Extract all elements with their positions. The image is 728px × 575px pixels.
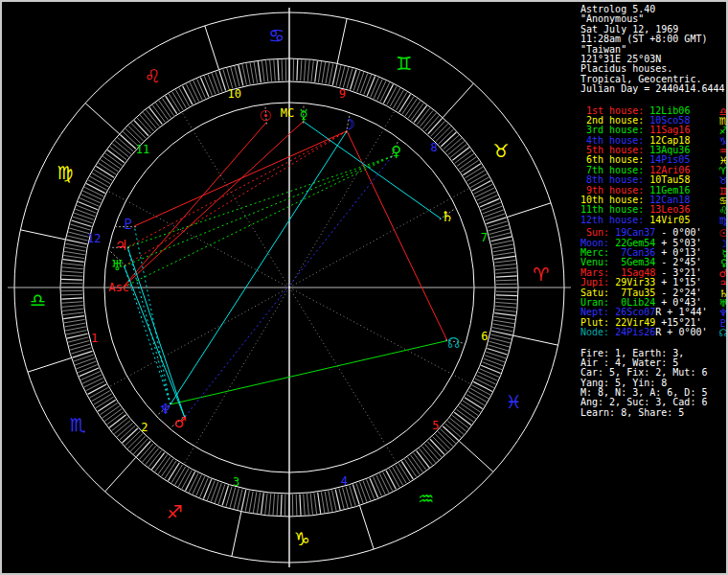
house-number: 6 [481, 330, 488, 343]
sign-glyph-sagittarius: ♐ [167, 501, 183, 522]
degree-tick [74, 213, 94, 219]
degree-tick [477, 376, 496, 384]
degree-tick [356, 483, 363, 503]
degree-tick [257, 493, 260, 514]
sign-boundary [20, 230, 65, 240]
degree-tick [62, 305, 83, 307]
stats-line: Learn: 8, Share: 5 [580, 408, 728, 418]
degree-tick [485, 356, 505, 362]
sign-glyph-capricorn: ♑ [294, 528, 310, 549]
degree-tick [484, 210, 504, 217]
degree-tick [494, 316, 515, 319]
house-label: 12th house: [580, 216, 644, 225]
degree-tick [278, 59, 279, 80]
degree-tick [274, 60, 275, 81]
sign-glyph-gemini: ♊ [396, 53, 412, 74]
degree-tick [186, 84, 195, 104]
degree-tick [242, 64, 247, 85]
degree-tick [96, 167, 114, 178]
degree-tick [61, 298, 82, 299]
degree-tick [360, 73, 368, 93]
degree-tick [307, 494, 308, 515]
degree-tick [363, 481, 371, 501]
degree-tick [495, 310, 516, 311]
degree-tick [61, 294, 82, 295]
sign-boundary [513, 335, 558, 345]
zodiac-sign-icon: ♍ [719, 216, 728, 225]
degree-tick [82, 375, 102, 383]
degree-tick [281, 494, 282, 516]
degree-tick [484, 358, 504, 366]
aspect-line [123, 156, 392, 288]
sign-boundary [28, 357, 72, 372]
house-cusp-line [289, 288, 397, 463]
header-line: 11:28am (ST +8:00 GMT) [580, 34, 728, 44]
degree-tick [249, 492, 253, 513]
degree-tick [196, 476, 205, 495]
planet-icon: ♃ [719, 278, 728, 288]
degree-tick [200, 478, 209, 497]
wheel-planet-glyph-venus: ♀ [391, 143, 401, 160]
chart-header-info: Astrolog 5.40"Anonymous"Sat July 12, 196… [580, 5, 728, 95]
house-number: 9 [339, 87, 346, 101]
degree-tick [273, 494, 275, 515]
degree-tick [190, 82, 199, 102]
degree-tick [475, 379, 494, 388]
degree-tick [310, 494, 312, 515]
wheel-planet-glyph-pluto: ♇ [122, 216, 134, 233]
degree-tick [92, 391, 110, 402]
degree-tick [472, 385, 490, 395]
degree-tick [393, 467, 403, 485]
degree-tick [212, 73, 218, 93]
degree-tick [81, 195, 101, 203]
degree-tick [216, 72, 222, 92]
aspect-line [127, 247, 171, 404]
degree-tick [258, 61, 261, 82]
degree-tick [77, 205, 97, 213]
degree-tick [215, 483, 221, 503]
sign-boundary [443, 83, 473, 118]
degree-tick [238, 489, 242, 509]
sign-glyph-pisces: ♓ [506, 391, 522, 412]
degree-tick [377, 80, 386, 100]
degree-tick [367, 76, 375, 95]
degree-tick [490, 334, 511, 339]
degree-tick [383, 472, 393, 492]
degree-tick [75, 358, 95, 365]
degree-tick [88, 384, 106, 394]
wheel-planet-glyph-mercury: ☿ [300, 106, 308, 124]
degree-tick [480, 369, 499, 378]
degree-tick [376, 475, 385, 494]
degree-tick [62, 267, 83, 269]
degree-tick [66, 240, 87, 244]
astrolog-window: ♈♉♊♋♌♍♎♏♐♑♒♓123456789101112☉☽☿♀♂♃♄♅♆♇☊As… [0, 0, 728, 575]
planet-icon: ☊ [719, 328, 728, 337]
house-number: 12 [87, 232, 101, 245]
degree-tick [371, 78, 379, 97]
degree-tick [80, 368, 99, 377]
degree-tick [483, 362, 503, 370]
degree-tick [386, 471, 396, 489]
degree-tick [200, 78, 209, 97]
degree-tick [480, 198, 499, 207]
wheel-planet-glyph-node: ☊ [447, 334, 460, 352]
degree-tick [66, 331, 87, 335]
degree-tick [491, 331, 512, 335]
degree-tick [253, 492, 256, 513]
degree-tick [266, 60, 268, 81]
degree-tick [325, 492, 329, 513]
sign-boundary [459, 441, 493, 472]
sign-glyph-aquarius: ♒ [418, 488, 434, 509]
degree-tick [169, 463, 180, 481]
degree-tick [326, 63, 330, 84]
degree-tick [478, 196, 497, 204]
degree-tick [390, 88, 400, 106]
wheel-planet-glyph-jupiter: ♃ [115, 237, 127, 254]
degree-tick [477, 192, 496, 200]
wheel-svg: ♈♉♊♋♌♍♎♏♐♑♒♓123456789101112☉☽☿♀♂♃♄♅♆♇☊As… [2, 2, 577, 573]
sign-glyph-virgo: ♍ [57, 162, 73, 183]
degree-tick [62, 264, 83, 265]
wheel-planet-glyph-saturn: ♄ [441, 208, 453, 225]
aspect-line [127, 131, 347, 247]
planet-label: Node: [580, 328, 609, 337]
